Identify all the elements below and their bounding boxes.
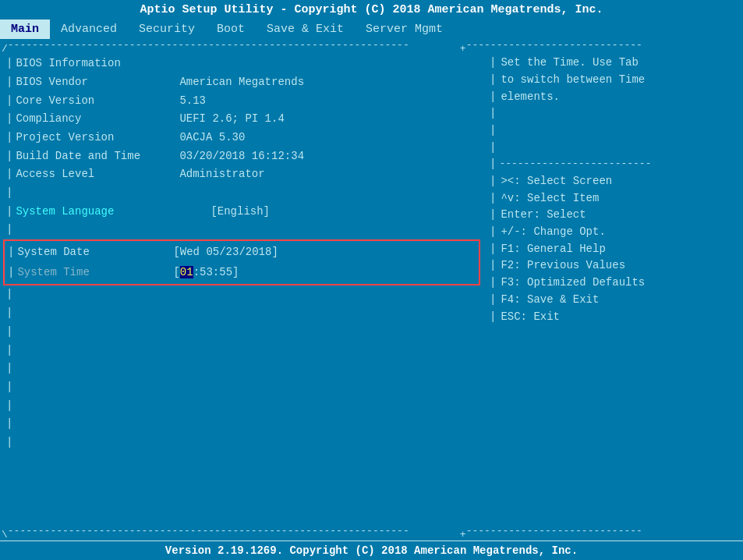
core-version-label: Core Version	[16, 93, 179, 110]
empty-row-10: |	[0, 415, 483, 434]
nav-save-exit[interactable]: Save & Exit	[256, 19, 355, 39]
pipe: |	[8, 264, 14, 282]
nav-server-mgmt[interactable]: Server Mgmt	[355, 19, 454, 39]
empty-row-4: |	[0, 304, 483, 323]
help-empty-1: |	[490, 105, 743, 122]
help-line-2: | to switch between Time	[490, 72, 743, 89]
pipe: |	[6, 305, 12, 322]
empty-row-11: |	[0, 434, 483, 452]
bottom-divider: \---------------------------------------…	[0, 525, 743, 541]
time-rest: :53:55]	[193, 266, 239, 278]
nav-advanced[interactable]: Advanced	[50, 19, 128, 39]
empty-row-6: |	[0, 342, 483, 360]
pipe: |	[6, 360, 12, 377]
main-content: | BIOS Information | BIOS Vendor America…	[0, 55, 743, 525]
core-version-row: | Core Version 5.13	[0, 92, 483, 111]
shortcut-3: +/-: Change Opt.	[499, 224, 605, 241]
build-date-label: Build Date and Time	[16, 148, 179, 165]
system-time-value: [01:53:55]	[173, 264, 239, 282]
shortcut-2: Enter: Select	[499, 207, 586, 224]
pipe: |	[6, 222, 12, 239]
system-date-label: System Date	[17, 244, 173, 261]
help-text-2: to switch between Time	[499, 72, 645, 89]
system-date-value: [Wed 05/23/2018]	[173, 244, 278, 261]
pipe: |	[6, 74, 12, 91]
shortcut-line-5: | F2: Previous Values	[490, 257, 743, 275]
help-line-1: | Set the Time. Use Tab	[490, 55, 743, 72]
pipe: |	[6, 286, 12, 303]
core-version-value: 5.13	[179, 93, 206, 110]
right-panel: | Set the Time. Use Tab | to switch betw…	[483, 55, 743, 525]
empty-row-1: |	[0, 184, 483, 203]
pipe: |	[6, 93, 12, 110]
shortcut-line-1: | ^v: Select Item	[490, 190, 743, 207]
bios-info-heading-row: | BIOS Information	[0, 55, 483, 73]
title-text: Aptio Setup Utility - Copyright (C) 2018…	[140, 3, 603, 16]
nav-main[interactable]: Main	[0, 19, 50, 39]
empty-row-9: |	[0, 397, 483, 416]
compliancy-row: | Compliancy UEFI 2.6; PI 1.4	[0, 110, 483, 129]
top-divider: /---------------------------------------…	[0, 39, 743, 55]
time-bracket-open: [	[173, 266, 179, 278]
build-date-value: 03/20/2018 16:12:34	[179, 148, 304, 165]
system-time-label: System Time	[17, 264, 173, 282]
compliancy-value: UEFI 2.6; PI 1.4	[179, 111, 284, 128]
project-version-value: 0ACJA 5.30	[179, 129, 245, 147]
shortcut-0: ><: Select Screen	[499, 173, 612, 190]
help-text-1: Set the Time. Use Tab	[499, 55, 638, 72]
help-text-3: elements.	[499, 89, 560, 106]
pipe: |	[6, 398, 12, 415]
system-date-row[interactable]: | System Date [Wed 05/23/2018]	[5, 243, 479, 263]
empty-row-3: |	[0, 285, 483, 304]
pipe: |	[6, 324, 12, 341]
system-language-row[interactable]: | System Language [English]	[0, 203, 483, 222]
empty-row-5: |	[0, 323, 483, 342]
help-line-3: | elements.	[490, 89, 743, 106]
nav-boot[interactable]: Boot	[206, 19, 256, 39]
access-level-row: | Access Level Administrator	[0, 165, 483, 184]
pipe: |	[6, 129, 12, 147]
shortcut-line-0: | ><: Select Screen	[490, 173, 743, 190]
left-panel: | BIOS Information | BIOS Vendor America…	[0, 55, 483, 525]
empty-row-7: |	[0, 360, 483, 378]
shortcut-7: F4: Save & Exit	[499, 292, 599, 309]
pipe: |	[6, 111, 12, 128]
shortcut-line-4: | F1: General Help	[490, 241, 743, 258]
project-version-row: | Project Version 0ACJA 5.30	[0, 129, 483, 147]
build-date-row: | Build Date and Time 03/20/2018 16:12:3…	[0, 147, 483, 166]
shortcut-1: ^v: Select Item	[499, 190, 599, 207]
bios-vendor-label: BIOS Vendor	[16, 74, 179, 91]
empty-row-8: |	[0, 378, 483, 397]
nav-security[interactable]: Security	[128, 19, 206, 39]
pipe: |	[6, 379, 12, 396]
title-bar: Aptio Setup Utility - Copyright (C) 2018…	[0, 0, 743, 19]
shortcut-5: F2: Previous Values	[499, 257, 625, 275]
pipe: |	[6, 416, 12, 433]
shortcut-line-7: | F4: Save & Exit	[490, 292, 743, 309]
pipe: |	[6, 204, 12, 221]
project-version-label: Project Version	[16, 129, 179, 147]
bottom-text: Version 2.19.1269. Copyright (C) 2018 Am…	[165, 544, 578, 557]
pipe: |	[6, 185, 12, 202]
shortcut-6: F3: Optimized Defaults	[499, 275, 645, 292]
help-empty-3: |	[490, 140, 743, 157]
bios-vendor-row: | BIOS Vendor American Megatrends	[0, 73, 483, 92]
pipe: |	[8, 244, 14, 261]
system-language-label: System Language	[16, 204, 179, 221]
access-level-value: Administrator	[179, 166, 264, 183]
time-highlight: 01	[180, 266, 193, 278]
bios-vendor-value: American Megatrends	[179, 74, 304, 91]
pipe: |	[6, 148, 12, 165]
date-time-box: | System Date [Wed 05/23/2018] | System …	[3, 239, 480, 285]
system-time-row[interactable]: | System Time [01:53:55]	[5, 263, 479, 283]
bottom-bar: Version 2.19.1269. Copyright (C) 2018 Am…	[0, 541, 743, 560]
system-language-value: [English]	[211, 204, 270, 221]
access-level-label: Access Level	[16, 166, 179, 183]
pipe: |	[6, 342, 12, 360]
shortcut-line-2: | Enter: Select	[490, 207, 743, 224]
app: Aptio Setup Utility - Copyright (C) 2018…	[0, 0, 743, 560]
help-empty-4: | -------------------------	[490, 156, 743, 173]
shortcut-4: F1: General Help	[499, 241, 605, 258]
nav-bar: Main Advanced Security Boot Save & Exit …	[0, 19, 743, 39]
shortcut-8: ESC: Exit	[499, 309, 560, 326]
